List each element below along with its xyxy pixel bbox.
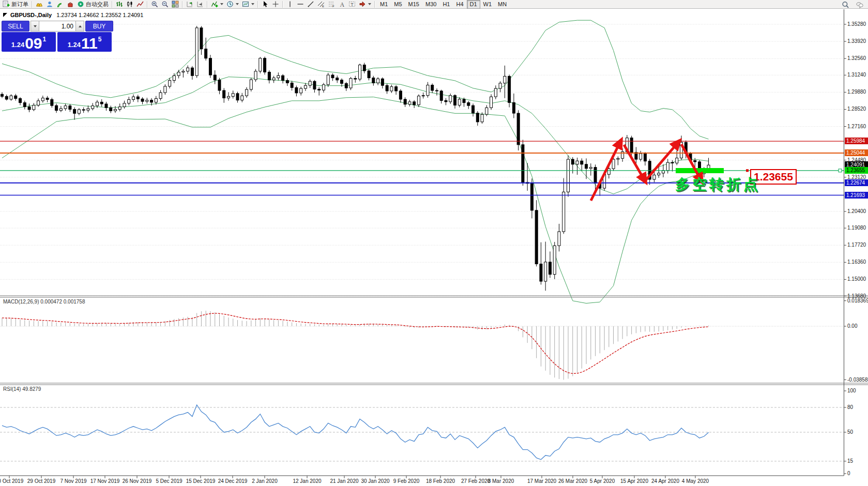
timeframe-m5-button[interactable]: M5: [391, 0, 405, 9]
horizontal-line-button[interactable]: [295, 1, 306, 8]
channel-icon: E: [317, 1, 325, 8]
crosshair-button[interactable]: [270, 1, 281, 8]
timeframe-m30-button[interactable]: M30: [422, 0, 439, 9]
timeframe-m1-button[interactable]: M1: [377, 0, 391, 9]
sell-button[interactable]: SELL: [2, 21, 29, 32]
volume-input[interactable]: [39, 21, 75, 32]
new-order-button[interactable]: 新订单: [1, 1, 30, 8]
indicators-icon: [211, 1, 218, 8]
price-axis-tick: 1.35280: [847, 21, 866, 27]
price-axis-tick: 1.16360: [847, 259, 866, 265]
buy-button[interactable]: BUY: [85, 21, 113, 32]
new-order-icon: [3, 1, 10, 8]
timeframe-w1-button[interactable]: W1: [480, 0, 495, 9]
signals-button[interactable]: [55, 1, 65, 8]
bar-chart-button[interactable]: [114, 1, 125, 8]
symbol-period-label: GBPUSD-,Daily: [10, 12, 52, 18]
autoscroll-button[interactable]: [185, 1, 195, 8]
vertical-line-button[interactable]: [285, 1, 295, 8]
trend-arrow[interactable]: [624, 145, 645, 180]
candle-chart-icon: [126, 1, 133, 8]
chart-shift-button[interactable]: [195, 1, 205, 8]
main-toolbar: 新订单自动交易EFATM1M5M15M30H1H4D1W1MN: [0, 0, 868, 9]
trendline-button[interactable]: [306, 1, 316, 8]
chevron-down-icon: [34, 25, 37, 27]
timeframe-h4-button[interactable]: H4: [453, 0, 466, 9]
toolbar-separator: [182, 1, 183, 8]
text-button[interactable]: A: [337, 1, 347, 8]
date-axis-label: 12 Jan 2020: [293, 478, 321, 484]
price-axis-tick: 1.17720: [847, 242, 866, 248]
search-icon: [842, 1, 849, 8]
templates-button[interactable]: [240, 1, 256, 8]
autotrade-button[interactable]: 自动交易: [75, 1, 110, 8]
arrows-shapes-button[interactable]: [357, 1, 373, 8]
toolbar-separator: [374, 1, 375, 8]
mt4-terminal: 新订单自动交易EFATM1M5M15M30H1H4D1W1MN GBPUSD-,…: [0, 0, 868, 486]
one-click-collapse-icon[interactable]: [3, 13, 7, 17]
timeframe-h1-button[interactable]: H1: [439, 0, 453, 9]
chat-button[interactable]: [855, 1, 865, 8]
autotrade-icon: [77, 1, 84, 8]
rsi-axis-tick: 80: [847, 404, 853, 410]
chevron-up-icon: [79, 25, 82, 27]
price-axis-tick: 1.15000: [847, 276, 866, 282]
ohlc-values: 1.23734 1.24662 1.23552 1.24091: [56, 12, 143, 18]
sell-price-box[interactable]: 1.24091: [2, 32, 56, 52]
candlestick-chart-button[interactable]: [125, 1, 135, 8]
shapes-icon: [359, 1, 366, 8]
date-axis-label: 9 Feb 2020: [393, 478, 420, 484]
toolbar-separator: [207, 1, 208, 8]
timeframe-m15-button[interactable]: M15: [405, 0, 422, 9]
hline-handle[interactable]: [839, 169, 842, 172]
toolbar-separator: [112, 1, 113, 8]
rsi-label: RSI(14) 49.8279: [3, 386, 41, 392]
rsi-layer: [0, 405, 844, 461]
date-axis-label: 17 Mar 2020: [527, 478, 556, 484]
chart-window[interactable]: GBPUSD-,Daily 1.23734 1.24662 1.23552 1.…: [0, 9, 868, 486]
search-button[interactable]: [840, 1, 850, 8]
equidistant-channel-button[interactable]: E: [316, 1, 326, 8]
date-axis-label: 26 Nov 2019: [123, 478, 152, 484]
periods-button[interactable]: [225, 1, 240, 8]
svg-text:F: F: [332, 5, 334, 8]
date-axis-label: 15 Dec 2019: [186, 478, 216, 484]
buy-price-box[interactable]: 1.24115: [57, 32, 112, 52]
zoom-out-button[interactable]: [160, 1, 170, 8]
macd-signal-line: [2, 313, 709, 374]
tile-windows-button[interactable]: [170, 1, 180, 8]
fibonacci-button[interactable]: F: [326, 1, 337, 8]
crosshair-icon: [272, 1, 279, 8]
buy-price-pip: 5: [98, 36, 102, 43]
chart-canvas[interactable]: [0, 9, 868, 486]
chart-title: GBPUSD-,Daily 1.23734 1.24662 1.23552 1.…: [10, 12, 143, 18]
gold-icon: [36, 1, 43, 8]
text-icon: A: [338, 1, 345, 8]
svg-text:A: A: [340, 1, 344, 8]
grid-layer: [0, 24, 844, 296]
date-axis-label: 30 Jan 2020: [361, 478, 389, 484]
line-chart-button[interactable]: [135, 1, 145, 8]
tile-windows-icon: [172, 1, 179, 8]
gold-button[interactable]: [34, 1, 44, 8]
toolbar-separator: [257, 1, 258, 8]
support-highlight-bar[interactable]: [676, 168, 724, 173]
timeframe-d1-button[interactable]: D1: [467, 0, 480, 9]
market-icon: [67, 1, 74, 8]
chevron-down-icon: [251, 3, 254, 5]
community-button[interactable]: [44, 1, 55, 8]
toolbar-separator: [147, 1, 148, 8]
volume-increase-button[interactable]: [75, 21, 84, 32]
timeframe-mn-button[interactable]: MN: [495, 0, 510, 9]
volume-decrease-button[interactable]: [31, 21, 39, 32]
market-button[interactable]: [65, 1, 75, 8]
new-order-button-label: 新订单: [11, 1, 28, 8]
indicators-button[interactable]: [209, 1, 225, 8]
text-label-button[interactable]: T: [347, 1, 357, 8]
bollinger-bands: [2, 20, 709, 303]
zoom-in-button[interactable]: [149, 1, 160, 8]
hline-icon: [297, 1, 304, 8]
date-axis-label: 5 Apr 2020: [590, 478, 615, 484]
turning-point-annotation[interactable]: 多空转折点: [675, 175, 760, 194]
cursor-button[interactable]: [260, 1, 270, 8]
